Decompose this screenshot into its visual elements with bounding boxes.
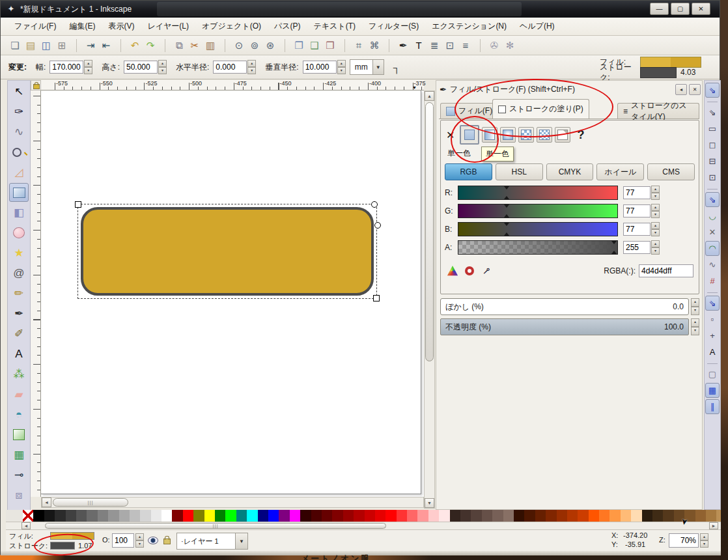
dock-collapse-icon[interactable]: ◂: [675, 84, 687, 95]
blur-spinner[interactable]: ▴▾: [691, 298, 699, 315]
unlink-clone-icon[interactable]: ❒: [322, 38, 338, 53]
red-slider[interactable]: [458, 186, 618, 200]
pick-color-dropper-icon[interactable]: ⊸: [477, 262, 496, 280]
lock-icon[interactable]: [33, 84, 40, 89]
snap-others-icon[interactable]: ⇘: [705, 296, 720, 311]
palette-swatch[interactable]: [385, 510, 396, 522]
ry-input[interactable]: [303, 61, 337, 74]
fill-swatch[interactable]: [640, 57, 701, 68]
tab-stroke-paint[interactable]: ストロークの塗り(P): [492, 99, 589, 119]
close-button[interactable]: ✕: [692, 3, 710, 15]
palette-swatch[interactable]: [706, 510, 716, 522]
palette-swatch[interactable]: [663, 510, 673, 522]
palette-scrollbar-thumb[interactable]: |||: [45, 523, 386, 529]
corner-radius-handle-top[interactable]: [371, 201, 378, 208]
palette-swatch[interactable]: [33, 510, 44, 522]
palette-swatch[interactable]: [98, 510, 108, 522]
green-input[interactable]: [623, 204, 651, 217]
palette-swatch[interactable]: [332, 510, 343, 522]
width-input[interactable]: [49, 61, 83, 74]
palette-scrollbar[interactable]: ◄ ||| ►: [6, 522, 721, 529]
object-opacity-spinner[interactable]: ▴▾: [135, 533, 144, 548]
rgba-input[interactable]: [639, 264, 693, 277]
palette-swatch[interactable]: [44, 510, 55, 522]
snap-enable-icon[interactable]: ⇘: [705, 83, 720, 98]
xml-dialog-icon[interactable]: ⊡: [442, 38, 458, 53]
linear-gradient-button[interactable]: [482, 127, 497, 143]
ellipse-tool[interactable]: [9, 223, 29, 242]
rectangle-tool[interactable]: [9, 183, 29, 202]
menu-layer[interactable]: レイヤー(L): [141, 18, 195, 35]
palette-swatch[interactable]: [631, 510, 641, 522]
snap-bbox-edge-midpoints-icon[interactable]: ⊟: [705, 154, 720, 169]
scroll-left-icon[interactable]: ◄: [42, 497, 51, 507]
zoom-drawing-icon[interactable]: ⊚: [247, 38, 262, 53]
snap-rotation-centers-icon[interactable]: +: [705, 328, 720, 343]
color-managed-icon[interactable]: [446, 264, 459, 277]
palette-swatch[interactable]: [482, 510, 492, 522]
alpha-slider[interactable]: [458, 240, 618, 255]
blue-spinner[interactable]: ▴▾: [651, 222, 660, 236]
menu-view[interactable]: 表示(V): [102, 18, 140, 35]
unit-dropdown-arrow-icon[interactable]: ▼: [372, 60, 384, 74]
maximize-button[interactable]: ▢: [671, 3, 690, 15]
palette-swatch[interactable]: [130, 510, 140, 522]
palette-swatch[interactable]: [674, 510, 684, 522]
tweak-tool[interactable]: ∿: [9, 122, 29, 141]
layer-dropdown-arrow-icon[interactable]: ▼: [235, 533, 247, 549]
status-stroke-swatch[interactable]: [50, 542, 75, 550]
palette-swatch[interactable]: [407, 510, 417, 522]
spiral-tool[interactable]: @: [9, 264, 29, 283]
align-dialog-icon[interactable]: ≡: [458, 38, 473, 53]
palette-swatch[interactable]: [193, 510, 204, 522]
zoom-spinner[interactable]: ▴▾: [700, 533, 708, 548]
unknown-button[interactable]: ?: [577, 128, 584, 142]
palette-swatch[interactable]: [471, 510, 481, 522]
palette-swatch[interactable]: [450, 510, 460, 522]
snap-bbox-icon[interactable]: ⇘: [705, 105, 720, 120]
canvas[interactable]: [41, 91, 424, 497]
menu-object[interactable]: オブジェクト(O): [196, 18, 267, 35]
palette-swatch[interactable]: [354, 510, 364, 522]
opacity-spinner[interactable]: ▴▾: [691, 318, 699, 335]
cut-icon[interactable]: ✂: [187, 38, 203, 53]
layer-lock-icon[interactable]: [163, 539, 171, 544]
tab-wheel[interactable]: ホイール: [596, 163, 644, 180]
not-rounded-corner-icon[interactable]: ┐: [393, 62, 400, 73]
rounded-rectangle-shape[interactable]: [81, 207, 374, 296]
menu-file[interactable]: ファイル(F): [8, 18, 62, 35]
tab-cmyk[interactable]: CMYK: [546, 163, 594, 180]
layer-visibility-eye-icon[interactable]: [148, 537, 158, 544]
palette-swatch[interactable]: [652, 510, 663, 522]
menu-extensions[interactable]: エクステンション(N): [426, 18, 512, 35]
red-spinner[interactable]: ▴▾: [651, 186, 660, 200]
star-tool[interactable]: ★: [9, 244, 29, 262]
paint-bucket-tool[interactable]: ◓: [9, 405, 29, 424]
snap-nodes-icon[interactable]: ⇘: [705, 192, 720, 207]
fill-stroke-dialog-icon[interactable]: ✒: [395, 38, 411, 53]
palette-swatch[interactable]: [439, 510, 449, 522]
snap-midpoints-icon[interactable]: #: [705, 273, 720, 288]
width-spinner[interactable]: ▴▾: [84, 60, 92, 74]
canvas-horizontal-scrollbar[interactable]: ◄ |||: [41, 497, 424, 508]
snap-smooth-nodes-icon[interactable]: ∿: [705, 257, 720, 272]
blur-slider[interactable]: ぼかし (%) 0.0: [440, 298, 689, 315]
palette-swatch[interactable]: [428, 510, 439, 522]
vertical-ruler[interactable]: [31, 91, 41, 497]
node-tool[interactable]: ✑: [9, 102, 29, 121]
zoom-tool[interactable]: [9, 143, 29, 161]
object-opacity-input[interactable]: [112, 533, 134, 548]
rx-spinner[interactable]: ▴▾: [247, 60, 256, 74]
canvas-vertical-scrollbar[interactable]: ▲ ▼: [424, 91, 435, 509]
radial-gradient-button[interactable]: [500, 127, 516, 143]
green-slider[interactable]: [458, 204, 618, 218]
eraser-tool[interactable]: ▰: [9, 385, 29, 404]
palette-swatch[interactable]: [397, 510, 407, 522]
tab-rgb[interactable]: RGB: [445, 163, 492, 180]
flat-color-button[interactable]: [460, 125, 479, 145]
unit-dropdown[interactable]: mm ▼: [350, 59, 384, 75]
open-document-icon[interactable]: ▤: [23, 38, 38, 53]
palette-swatch[interactable]: [247, 510, 257, 522]
blue-slider[interactable]: [458, 222, 618, 236]
zoom-page-icon[interactable]: ⊛: [262, 38, 278, 53]
